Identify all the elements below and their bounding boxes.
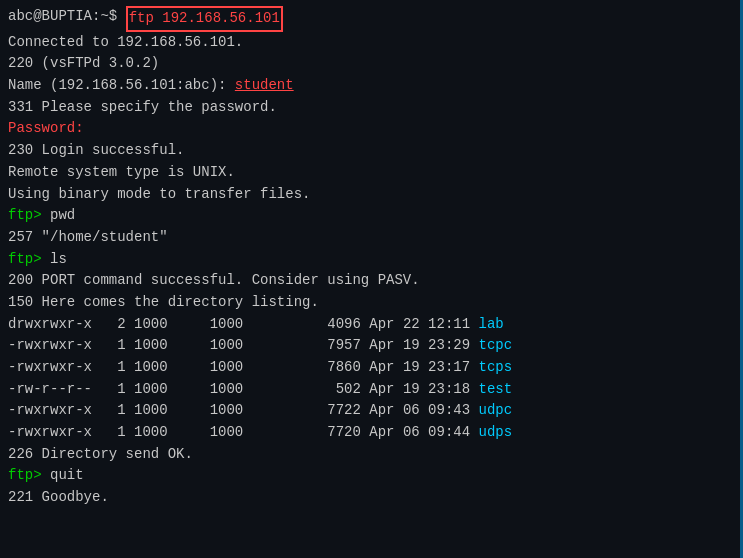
line-150: 150 Here comes the directory listing. (8, 292, 735, 314)
listing-text: 150 Here comes the directory listing. (8, 292, 319, 314)
dir-entry-udps: -rwxrwxr-x 1 1000 1000 7720 Apr 06 09:44… (8, 422, 735, 444)
size-udps: 7720 (243, 422, 369, 444)
line-remote: Remote system type is UNIX. (8, 162, 735, 184)
dir-entry-udpc: -rwxrwxr-x 1 1000 1000 7722 Apr 06 09:43… (8, 400, 735, 422)
pwd-result: 257 "/home/student" (8, 227, 168, 249)
line-331: 331 Please specify the password. (8, 97, 735, 119)
ftp-prompt-2: ftp> (8, 249, 50, 271)
uid-test: 1000 (134, 379, 168, 401)
cmd-pwd: pwd (50, 205, 75, 227)
line-ftp-pwd: ftp> pwd (8, 205, 735, 227)
dir-entry-tcps: -rwxrwxr-x 1 1000 1000 7860 Apr 19 23:17… (8, 357, 735, 379)
size-test: 502 (243, 379, 369, 401)
dir-send-text: 226 Directory send OK. (8, 444, 193, 466)
perms-lab: drwxrwxr-x (8, 314, 92, 336)
date-tcps: Apr 19 23:17 (369, 357, 478, 379)
password-label: Password: (8, 118, 84, 140)
connected-text: Connected to 192.168.56.101. (8, 32, 243, 54)
login-text: 230 Login successful. (8, 140, 184, 162)
line-binary: Using binary mode to transfer files. (8, 184, 735, 206)
name-udpc: udpc (479, 400, 513, 422)
line-221: 221 Goodbye. (8, 487, 735, 509)
line-connected: Connected to 192.168.56.101. (8, 32, 735, 54)
line-vsftpd: 220 (vsFTPd 3.0.2) (8, 53, 735, 75)
uid-udpc: 1000 (134, 400, 168, 422)
gid-udps: 1000 (168, 422, 244, 444)
line-ftp-quit: ftp> quit (8, 465, 735, 487)
ftp-prompt-3: ftp> (8, 465, 50, 487)
links-udpc: 1 (92, 400, 134, 422)
date-udps: Apr 06 09:44 (369, 422, 478, 444)
perms-tcpc: -rwxrwxr-x (8, 335, 92, 357)
size-tcps: 7860 (243, 357, 369, 379)
binary-text: Using binary mode to transfer files. (8, 184, 310, 206)
size-udpc: 7722 (243, 400, 369, 422)
gid-udpc: 1000 (168, 400, 244, 422)
uid-lab: 1000 (134, 314, 168, 336)
uid-tcps: 1000 (134, 357, 168, 379)
gid-lab: 1000 (168, 314, 244, 336)
perms-tcps: -rwxrwxr-x (8, 357, 92, 379)
line-257: 257 "/home/student" (8, 227, 735, 249)
name-tcpc: tcpc (479, 335, 513, 357)
uid-tcpc: 1000 (134, 335, 168, 357)
dir-entry-tcpc: -rwxrwxr-x 1 1000 1000 7957 Apr 19 23:29… (8, 335, 735, 357)
links-tcps: 1 (92, 357, 134, 379)
name-tcps: tcps (479, 357, 513, 379)
line-password: Password: (8, 118, 735, 140)
perms-test: -rw-r--r-- (8, 379, 92, 401)
size-tcpc: 7957 (243, 335, 369, 357)
links-test: 1 (92, 379, 134, 401)
vsftpd-text: 220 (vsFTPd 3.0.2) (8, 53, 159, 75)
date-lab: Apr 22 12:11 (369, 314, 478, 336)
line-226: 226 Directory send OK. (8, 444, 735, 466)
port-text: 200 PORT command successful. Consider us… (8, 270, 420, 292)
date-udpc: Apr 06 09:43 (369, 400, 478, 422)
prompt-text: abc@BUPTIA:~$ (8, 6, 126, 32)
date-tcpc: Apr 19 23:29 (369, 335, 478, 357)
goodbye-text: 221 Goodbye. (8, 487, 109, 509)
line-200: 200 PORT command successful. Consider us… (8, 270, 735, 292)
remote-text: Remote system type is UNIX. (8, 162, 235, 184)
gid-tcpc: 1000 (168, 335, 244, 357)
name-test: test (479, 379, 513, 401)
cmd-ls: ls (50, 249, 67, 271)
links-udps: 1 (92, 422, 134, 444)
ftp-command-highlighted: ftp 192.168.56.101 (126, 6, 283, 32)
uid-udps: 1000 (134, 422, 168, 444)
name-value: student (235, 75, 294, 97)
links-lab: 2 (92, 314, 134, 336)
size-lab: 4096 (243, 314, 369, 336)
dir-entry-lab: drwxrwxr-x 2 1000 1000 4096 Apr 22 12:11… (8, 314, 735, 336)
terminal-window: abc@BUPTIA:~$ ftp 192.168.56.101 Connect… (0, 0, 743, 558)
line-1: abc@BUPTIA:~$ ftp 192.168.56.101 (8, 6, 735, 32)
dir-entry-test: -rw-r--r-- 1 1000 1000 502 Apr 19 23:18 … (8, 379, 735, 401)
line-331-text: 331 Please specify the password. (8, 97, 277, 119)
line-name: Name (192.168.56.101:abc): student (8, 75, 735, 97)
name-prompt: Name (192.168.56.101:abc): (8, 75, 235, 97)
line-230: 230 Login successful. (8, 140, 735, 162)
gid-test: 1000 (168, 379, 244, 401)
links-tcpc: 1 (92, 335, 134, 357)
name-udps: udps (479, 422, 513, 444)
gid-tcps: 1000 (168, 357, 244, 379)
perms-udpc: -rwxrwxr-x (8, 400, 92, 422)
perms-udps: -rwxrwxr-x (8, 422, 92, 444)
cmd-quit: quit (50, 465, 84, 487)
ftp-prompt-1: ftp> (8, 205, 50, 227)
line-ftp-ls: ftp> ls (8, 249, 735, 271)
date-test: Apr 19 23:18 (369, 379, 478, 401)
name-lab: lab (479, 314, 504, 336)
